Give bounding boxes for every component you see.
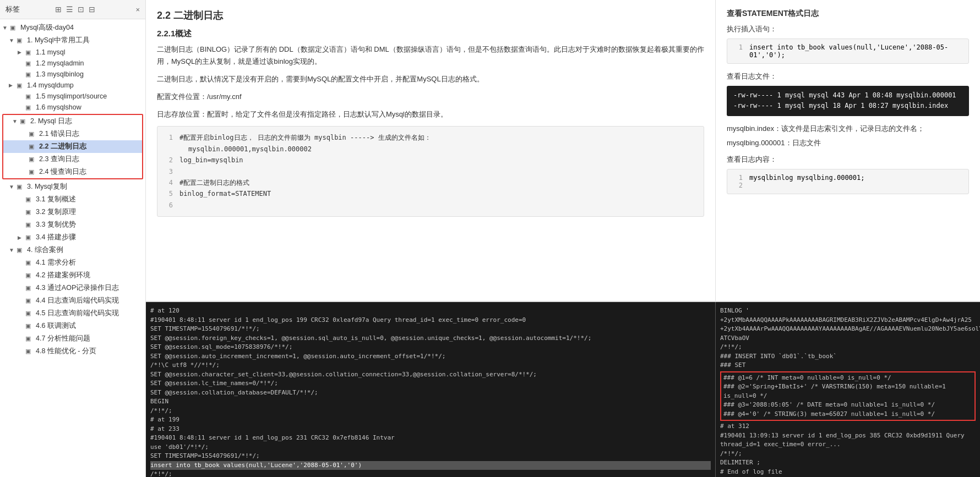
- term-line-2: -rw-rw---- 1 mysql mysql 18 Apr 1 08:27 …: [733, 101, 962, 111]
- view-statement-title: 查看STATEMENT格式日志: [727, 9, 969, 19]
- sidebar-item-label: 1.6 mysqlshow: [36, 103, 142, 111]
- sidebar-header: 标签 ⊞ ☰ ⊡ ⊟ ×: [0, 0, 145, 19]
- bt-line: SET TIMESTAMP=1554079691/*!*/;: [150, 452, 711, 461]
- arrow-icon: ▶: [18, 50, 25, 55]
- bt-line: ATCVbaOV: [720, 334, 976, 343]
- doc-icon: ▣: [29, 143, 37, 150]
- bt-line: ### INSERT INTO `db01`.`tb_book`: [720, 352, 976, 361]
- bt-line: # at 199: [150, 415, 711, 425]
- sidebar-item-3.1[interactable]: ▣ 3.1 复制概述: [0, 193, 145, 206]
- bt-line: /*!*/;: [720, 343, 976, 352]
- sidebar-item-1-tools[interactable]: ▼ ▣ 1. MySql中常用工具: [0, 34, 145, 47]
- sidebar-item-2.4[interactable]: ▣ 2.4 慢查询日志: [3, 166, 142, 178]
- sidebar-item-1.4[interactable]: ▶ ▣ 1.4 mysqldump: [0, 80, 145, 91]
- code-line-1b: mysqlbin.000001,mysqlbin.000002: [164, 144, 697, 155]
- sidebar-item-2.1[interactable]: ▣ 2.1 错误日志: [3, 128, 142, 140]
- bt-line: +2ytXMbAAAAQQAAAAPkAAAAAAAABAGRIMDEAB3Ri…: [720, 316, 976, 325]
- sidebar-item-4.5[interactable]: ▣ 4.5 日志查询前端代码实现: [0, 307, 145, 320]
- sidebar-item-1.5[interactable]: ▣ 1.5 mysqlimport/source: [0, 91, 145, 102]
- content-code-line-2: 2: [734, 182, 962, 189]
- sidebar-item-2-log[interactable]: ▼ ▣ 2. Mysql 日志: [3, 115, 142, 128]
- sidebar-icons: ⊞ ☰ ⊡ ⊟: [55, 5, 95, 14]
- bt-line: SET @@session.character_set_client=33,@@…: [150, 370, 711, 380]
- bt-line: SET @@session.auto_increment_increment=1…: [150, 352, 711, 361]
- icon-collapse[interactable]: ⊟: [89, 5, 95, 14]
- doc-icon: ▣: [17, 37, 25, 44]
- bt-line: #190401 8:48:11 server id 1 end_log_pos …: [150, 434, 711, 443]
- sidebar-item-4[interactable]: ▼ ▣ 4. 综合案例: [0, 244, 145, 256]
- insert-code-block: 1 insert into tb_book values(null,'Lucen…: [727, 39, 969, 64]
- doc-icon: ▣: [25, 310, 34, 317]
- doc-icon: ▣: [17, 246, 25, 254]
- bt-line: SET @@session.foreign_key_checks=1, @@se…: [150, 334, 711, 343]
- doc-icon: ▣: [17, 82, 25, 89]
- sidebar-item-4.8[interactable]: ▣ 4.8 性能优化 - 分页: [0, 345, 145, 358]
- sidebar-item-label: 4.7 分析性能问题: [36, 334, 142, 343]
- intro-text: 二进制日志（BINLOG）记录了所有的 DDL（数据定义语言）语句和 DML（数…: [157, 43, 704, 68]
- sidebar-item-4.1[interactable]: ▣ 4.1 需求分析: [0, 256, 145, 269]
- bt-line: ### @2='Spring+IBatIs+' /* VARSTRING(150…: [723, 382, 972, 401]
- sidebar-item-label: 3.4 搭建步骤: [36, 233, 142, 242]
- sidebar-item-label: 4.4 日志查询后端代码实现: [36, 296, 142, 305]
- sidebar-item-4.3[interactable]: ▣ 4.3 通过AOP记录操作日志: [0, 282, 145, 294]
- sidebar: 标签 ⊞ ☰ ⊡ ⊟ × ▼ ▣ Mysql高级-day04 ▼ ▣ 1. My…: [0, 0, 146, 477]
- sidebar-item-label: 1.5 mysqlimport/source: [36, 92, 142, 100]
- sidebar-item-3.3[interactable]: ▣ 3.3 复制优势: [0, 218, 145, 231]
- sidebar-item-3.4[interactable]: ▶ ▣ 3.4 搭建步骤: [0, 231, 145, 244]
- bt-line: ### @4='0' /* STRING(3) meta=65027 nulla…: [723, 410, 972, 419]
- sidebar-item-4.6[interactable]: ▣ 4.6 联调测试: [0, 320, 145, 332]
- sidebar-item-label: 2.2 二进制日志: [39, 142, 139, 151]
- bt-line: ### @3='2088:05:05' /* DATE meta=0 nulla…: [723, 401, 972, 410]
- icon-grid[interactable]: ⊞: [55, 5, 62, 14]
- bt-line: /*!*/;: [720, 449, 976, 459]
- doc-icon: ▣: [25, 221, 34, 228]
- doc-icon: ▣: [25, 49, 34, 56]
- sidebar-item-label: 4.8 性能优化 - 分页: [36, 347, 142, 356]
- sidebar-item-mysql-day04[interactable]: ▼ ▣ Mysql高级-day04: [0, 21, 145, 34]
- bt-line: /*!*/;: [150, 407, 711, 416]
- bt-line: /*!\C utf8 *//*!*/;: [150, 361, 711, 370]
- sidebar-item-label: 4. 综合案例: [27, 245, 142, 255]
- sidebar-item-3.2[interactable]: ▣ 3.2 复制原理: [0, 206, 145, 218]
- doc-icon: ▣: [25, 348, 34, 355]
- sidebar-item-1.6[interactable]: ▣ 1.6 mysqlshow: [0, 102, 145, 113]
- doc-icon: ▣: [25, 297, 34, 304]
- doc-icon: ▣: [29, 130, 37, 138]
- sidebar-item-1.1[interactable]: ▶ ▣ 1.1 mysql: [0, 47, 145, 58]
- sidebar-item-4.2[interactable]: ▣ 4.2 搭建案例环境: [0, 269, 145, 282]
- sidebar-item-4.7[interactable]: ▣ 4.7 分析性能问题: [0, 332, 145, 345]
- sidebar-item-label: 1.2 mysqladmin: [36, 59, 142, 67]
- arrow-icon: ▼: [9, 247, 17, 253]
- bt-line: BEGIN: [150, 397, 711, 407]
- doc-icon: ▣: [29, 156, 37, 163]
- icon-bookmark[interactable]: ⊡: [78, 5, 84, 14]
- close-icon[interactable]: ×: [135, 6, 140, 14]
- content-area: 2.2 二进制日志 2.2.1概述 二进制日志（BINLOG）记录了所有的 DD…: [146, 0, 980, 301]
- doc-icon: ▣: [25, 234, 34, 241]
- sidebar-item-2.3[interactable]: ▣ 2.3 查询日志: [3, 153, 142, 166]
- bt-line: # at 233: [150, 425, 711, 434]
- left-panel: 2.2 二进制日志 2.2.1概述 二进制日志（BINLOG）记录了所有的 DD…: [146, 0, 716, 301]
- arrow-icon: ▶: [9, 83, 17, 88]
- sidebar-tree: ▼ ▣ Mysql高级-day04 ▼ ▣ 1. MySql中常用工具 ▶ ▣ …: [0, 19, 145, 477]
- sidebar-item-1.3[interactable]: ▣ 1.3 mysqlbinlog: [0, 69, 145, 80]
- sidebar-item-2.2[interactable]: ▣ 2.2 二进制日志: [3, 140, 142, 153]
- sidebar-item-3[interactable]: ▼ ▣ 3. Mysql复制: [0, 180, 145, 193]
- sidebar-item-4.4[interactable]: ▣ 4.4 日志查询后端代码实现: [0, 294, 145, 307]
- bottom-left-terminal: # at 120 #190401 8:48:11 server id 1 end…: [146, 302, 716, 477]
- binlog-set-box: ### @1=6 /* INT meta=0 nullable=0 is_nul…: [720, 371, 976, 421]
- code-line-2: 2 log_bin=mysqlbin: [164, 155, 697, 166]
- arrow-icon: ▼: [9, 37, 17, 43]
- bottom-area: # at 120 #190401 8:48:11 server id 1 end…: [146, 301, 980, 477]
- arrow-icon: ▼: [12, 118, 20, 124]
- arrow-icon: ▶: [18, 235, 25, 240]
- bt-line: DELIMITER ;: [720, 458, 976, 468]
- exec-label: 执行插入语句：: [727, 23, 969, 35]
- doc-icon: ▣: [25, 284, 34, 292]
- icon-list[interactable]: ☰: [66, 5, 73, 14]
- bt-line: BINLOG ': [720, 306, 976, 316]
- arrow-icon: ▼: [2, 25, 10, 31]
- sidebar-item-1.2[interactable]: ▣ 1.2 mysqladmin: [0, 58, 145, 69]
- doc-icon: ▣: [20, 118, 29, 125]
- bt-line: # End of log file: [720, 468, 976, 477]
